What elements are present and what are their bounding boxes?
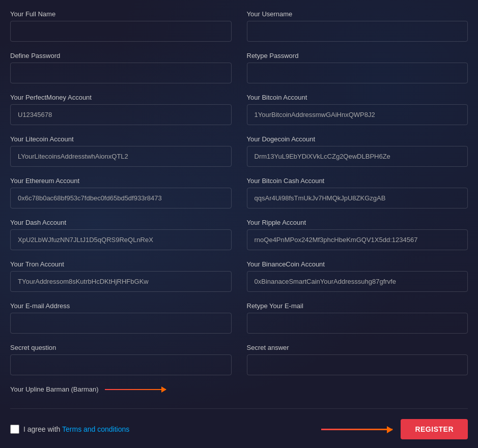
bitcoin-label: Your Bitcoin Account xyxy=(247,94,468,101)
perfect-money-group: Your PerfectMoney Account xyxy=(10,94,232,125)
ripple-group: Your Ripple Account xyxy=(247,219,468,250)
secret-question-label: Secret question xyxy=(10,344,232,351)
litecoin-label: Your Litecoin Account xyxy=(10,135,232,143)
terms-link[interactable]: Terms and conditions xyxy=(62,425,129,433)
litecoin-group: Your Litecoin Account xyxy=(10,135,232,167)
username-input[interactable] xyxy=(247,21,468,42)
ethereum-label: Your Ethereum Account xyxy=(10,177,232,185)
bitcoin-group: Your Bitcoin Account xyxy=(247,94,468,125)
register-button[interactable]: REGISTER xyxy=(401,419,468,439)
register-arrow-icon xyxy=(321,429,392,430)
ripple-label: Your Ripple Account xyxy=(247,219,468,226)
define-password-label: Define Password xyxy=(10,52,232,59)
email-input[interactable] xyxy=(10,313,232,334)
full-name-label: Your Full Name xyxy=(10,10,232,18)
username-label: Your Username xyxy=(247,10,468,18)
retype-password-group: Retype Password xyxy=(247,52,468,83)
form-container: Your Full Name Your Username Define Pass… xyxy=(10,10,468,439)
terms-row: I agree with Terms and conditions xyxy=(10,425,129,434)
secret-answer-label: Secret answer xyxy=(247,344,468,351)
tron-label: Your Tron Account xyxy=(10,260,232,268)
email-group: Your E-mail Address xyxy=(10,302,232,334)
upline-arrow-icon xyxy=(105,389,166,390)
divider xyxy=(10,408,468,409)
dogecoin-group: Your Dogecoin Account xyxy=(247,135,468,167)
bitcoin-cash-input[interactable] xyxy=(247,188,468,208)
ripple-input[interactable] xyxy=(247,229,468,250)
secret-answer-group: Secret answer xyxy=(247,344,468,375)
tron-group: Your Tron Account xyxy=(10,260,232,292)
i-agree-text: I agree with xyxy=(23,425,60,433)
binance-group: Your BinanceCoin Account xyxy=(247,260,468,292)
dogecoin-input[interactable] xyxy=(247,146,468,167)
retype-password-input[interactable] xyxy=(247,63,468,83)
full-name-input[interactable] xyxy=(10,21,232,42)
ethereum-input[interactable] xyxy=(10,188,232,208)
perfect-money-label: Your PerfectMoney Account xyxy=(10,94,232,101)
dash-input[interactable] xyxy=(10,229,232,250)
dash-group: Your Dash Account xyxy=(10,219,232,250)
email-label: Your E-mail Address xyxy=(10,302,232,310)
retype-email-group: Retype Your E-mail xyxy=(247,302,468,334)
footer-row: I agree with Terms and conditions REGIST… xyxy=(10,419,468,439)
username-group: Your Username xyxy=(247,10,468,42)
retype-email-input[interactable] xyxy=(247,313,468,334)
upline-label: Your Upline Barman (Barman) xyxy=(10,385,99,393)
binance-label: Your BinanceCoin Account xyxy=(247,260,468,268)
form-grid: Your Full Name Your Username Define Pass… xyxy=(10,10,468,403)
define-password-input[interactable] xyxy=(10,63,232,83)
litecoin-input[interactable] xyxy=(10,146,232,167)
bitcoin-cash-group: Your Bitcoin Cash Account xyxy=(247,177,468,208)
retype-email-label: Retype Your E-mail xyxy=(247,302,468,310)
secret-question-group: Secret question xyxy=(10,344,232,375)
binance-input[interactable] xyxy=(247,271,468,292)
terms-checkbox[interactable] xyxy=(10,425,19,434)
terms-label: I agree with Terms and conditions xyxy=(23,425,129,433)
perfect-money-input[interactable] xyxy=(10,104,232,125)
secret-answer-input[interactable] xyxy=(247,354,468,375)
bitcoin-input[interactable] xyxy=(247,104,468,125)
tron-input[interactable] xyxy=(10,271,232,292)
bitcoin-cash-label: Your Bitcoin Cash Account xyxy=(247,177,468,185)
upline-row: Your Upline Barman (Barman) xyxy=(10,385,232,393)
full-name-group: Your Full Name xyxy=(10,10,232,42)
ethereum-group: Your Ethereum Account xyxy=(10,177,232,208)
dogecoin-label: Your Dogecoin Account xyxy=(247,135,468,143)
define-password-group: Define Password xyxy=(10,52,232,83)
retype-password-label: Retype Password xyxy=(247,52,468,59)
dash-label: Your Dash Account xyxy=(10,219,232,226)
secret-question-input[interactable] xyxy=(10,354,232,375)
